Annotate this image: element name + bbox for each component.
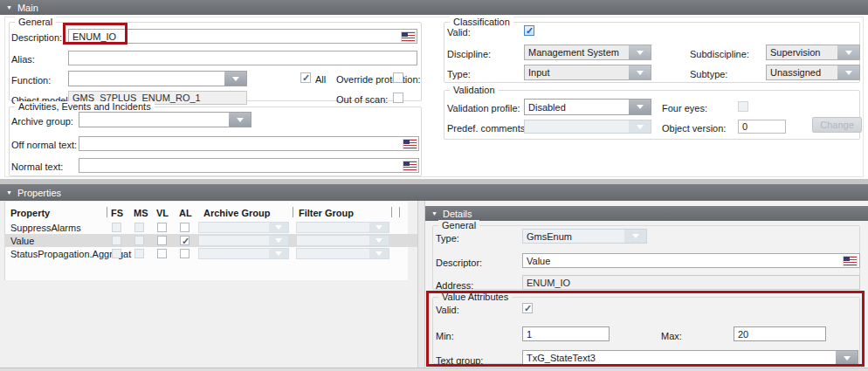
column-separator	[107, 207, 107, 217]
validation-profile-label: Validation profile:	[447, 103, 520, 113]
type-label: Type:	[447, 69, 471, 79]
al-checkbox[interactable]	[180, 249, 189, 258]
details-section-header[interactable]: ▼ Details	[425, 206, 868, 221]
archive-group-cell-dropdown	[198, 248, 289, 259]
address-field: ENUM_IO	[522, 275, 860, 290]
properties-section-header[interactable]: ▼ Properties	[0, 184, 868, 201]
dropdown-arrow-button[interactable]	[229, 113, 251, 127]
predef-comments-label: Predef. comments:	[447, 123, 527, 134]
descriptor-input[interactable]: Value	[522, 253, 860, 268]
details-general-title: General	[438, 220, 479, 230]
dropdown-arrow-button[interactable]	[629, 100, 651, 114]
details-section-title: Details	[443, 209, 472, 219]
off-normal-text-label: Off normal text:	[11, 140, 77, 150]
archive-group-dropdown[interactable]	[79, 112, 251, 127]
all-checkbox[interactable]	[300, 72, 311, 83]
alias-label: Alias:	[11, 54, 35, 65]
col-ms[interactable]: MS	[134, 208, 148, 218]
object-version-field: 0	[738, 120, 786, 134]
col-al[interactable]: AL	[179, 208, 192, 218]
col-property[interactable]: Property	[10, 208, 50, 218]
us-flag-icon	[403, 161, 417, 170]
out-of-scan-checkbox[interactable]	[393, 93, 403, 103]
us-flag-icon	[402, 32, 415, 41]
archive-group-cell-dropdown	[198, 235, 289, 246]
object-version-label: Object version:	[662, 123, 726, 134]
bottom-edge-strip	[0, 368, 868, 371]
dropdown-arrow-button[interactable]	[224, 72, 246, 86]
vl-checkbox[interactable]	[157, 223, 167, 232]
dropdown-arrow-button	[624, 230, 646, 243]
fs-checkbox	[112, 236, 121, 245]
descriptor-label: Descriptor:	[436, 258, 482, 268]
vl-checkbox[interactable]	[157, 249, 167, 258]
collapse-triangle-icon: ▼	[431, 210, 437, 216]
type-dropdown[interactable]: Input	[524, 65, 651, 80]
override-protection-checkbox[interactable]	[393, 72, 403, 83]
subdiscipline-label: Subdiscipline:	[690, 49, 749, 59]
discipline-dropdown[interactable]: Management System	[524, 45, 651, 60]
subtype-dropdown[interactable]: Unassigned	[766, 65, 860, 80]
classification-groupbox-title: Classification	[450, 17, 513, 27]
change-button[interactable]: Change	[812, 117, 862, 133]
four-eyes-checkbox	[738, 101, 748, 112]
out-of-scan-label: Out of scan:	[336, 94, 388, 105]
properties-section-title: Properties	[17, 188, 61, 198]
alias-input[interactable]	[68, 51, 417, 65]
description-highlight-box	[63, 23, 127, 45]
off-normal-text-input[interactable]	[79, 136, 419, 151]
dropdown-arrow-button	[269, 249, 288, 258]
subtype-label: Subtype:	[690, 69, 727, 79]
description-label: Description:	[11, 32, 62, 43]
dropdown-arrow-button	[269, 236, 288, 245]
fs-checkbox	[112, 223, 121, 232]
general-groupbox-title: General	[15, 17, 56, 27]
activities-groupbox-title: Activities, Events and Incidents	[15, 101, 155, 112]
address-label: Address:	[436, 280, 473, 291]
dropdown-arrow-button	[369, 223, 389, 232]
four-eyes-label: Four eyes:	[662, 103, 707, 113]
subdiscipline-dropdown[interactable]: Supervision	[766, 45, 860, 60]
function-label: Function:	[11, 75, 51, 86]
panel-splitter[interactable]	[417, 201, 425, 371]
dropdown-arrow-button	[269, 223, 288, 232]
al-checkbox[interactable]	[180, 223, 189, 232]
normal-text-input[interactable]	[79, 158, 419, 173]
valid-label: Valid:	[447, 27, 471, 38]
valid-checkbox[interactable]	[524, 25, 534, 36]
ms-checkbox	[134, 236, 144, 245]
col-fs[interactable]: FS	[111, 208, 123, 218]
main-section-title: Main	[17, 3, 38, 13]
collapse-triangle-icon: ▼	[6, 4, 12, 10]
details-type-dropdown: GmsEnum	[522, 229, 647, 244]
col-archive-group[interactable]: Archive Group	[203, 208, 270, 218]
main-section-header[interactable]: ▼ Main	[0, 0, 868, 15]
al-checkbox[interactable]	[180, 236, 189, 245]
filter-group-cell-dropdown	[296, 248, 389, 259]
us-flag-icon	[844, 257, 857, 265]
us-flag-icon	[403, 140, 417, 148]
details-type-label: Type:	[436, 233, 459, 244]
property-name: Value	[10, 236, 34, 246]
dropdown-arrow-button	[369, 236, 389, 245]
dropdown-arrow-button[interactable]	[837, 45, 859, 59]
predef-comments-dropdown	[524, 120, 651, 134]
normal-text-label: Normal text:	[11, 161, 63, 172]
property-name: SuppressAlarms	[10, 223, 81, 233]
dropdown-arrow-button[interactable]	[837, 65, 859, 79]
dropdown-arrow-button[interactable]	[629, 65, 651, 79]
dropdown-arrow-button[interactable]	[629, 45, 651, 59]
dropdown-arrow-button	[369, 249, 389, 258]
col-filter-group[interactable]: Filter Group	[299, 208, 354, 218]
col-vl[interactable]: VL	[156, 208, 169, 218]
dropdown-arrow-button	[629, 120, 651, 133]
function-dropdown[interactable]	[68, 71, 247, 86]
vl-checkbox[interactable]	[157, 236, 167, 245]
ms-checkbox	[134, 223, 144, 232]
editor-root: ▼ Main General Description: ENUM_IO Alia…	[0, 0, 868, 371]
validation-profile-dropdown[interactable]: Disabled	[524, 99, 651, 115]
filter-group-cell-dropdown	[296, 222, 389, 233]
collapse-triangle-icon: ▼	[6, 189, 12, 196]
column-separator	[391, 207, 392, 217]
archive-group-cell-dropdown	[198, 222, 289, 233]
